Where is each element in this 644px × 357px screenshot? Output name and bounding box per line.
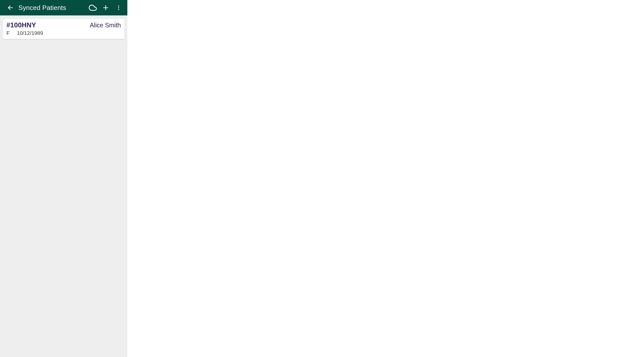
toolbar: Synced Patients (0, 0, 127, 15)
content-area: #100HNY Alice Smith F 10/12/1989 (0, 15, 127, 357)
cloud-button[interactable] (87, 2, 98, 13)
toolbar-title: Synced Patients (18, 4, 87, 12)
more-vertical-icon (116, 5, 122, 11)
patient-name: Alice Smith (90, 22, 121, 29)
patient-card[interactable]: #100HNY Alice Smith F 10/12/1989 (3, 19, 124, 39)
svg-point-3 (118, 5, 119, 6)
patient-dob: 10/12/1989 (17, 30, 43, 36)
toolbar-actions (87, 2, 124, 13)
cloud-icon (89, 4, 97, 12)
patient-gender: F (6, 30, 10, 36)
patient-id: #100HNY (6, 21, 36, 29)
patient-card-details: F 10/12/1989 (6, 30, 121, 36)
app-panel: Synced Patients (0, 0, 127, 357)
back-button[interactable] (5, 2, 16, 13)
add-button[interactable] (100, 2, 112, 13)
arrow-left-icon (7, 4, 14, 11)
plus-icon (102, 4, 109, 11)
patient-card-header: #100HNY Alice Smith (6, 21, 121, 29)
more-menu-button[interactable] (113, 2, 124, 13)
svg-point-4 (118, 7, 119, 8)
svg-point-5 (118, 9, 119, 10)
